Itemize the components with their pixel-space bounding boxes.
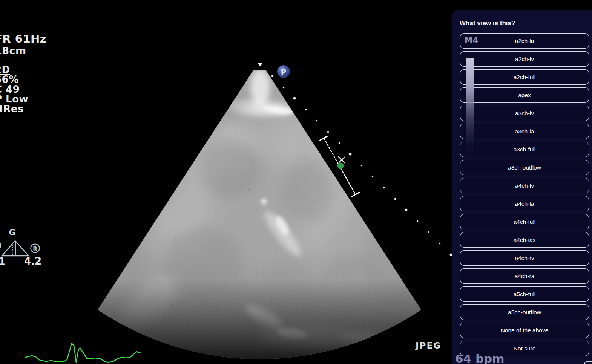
format-label: JPEG: [415, 341, 441, 350]
option-a2ch-la[interactable]: a2ch-la: [460, 33, 589, 49]
compress-label: C 49: [0, 84, 46, 94]
g-label: G: [9, 228, 15, 237]
depth-label: 18cm: [0, 46, 46, 56]
option-a2ch-lv[interactable]: a2ch-lv: [460, 51, 589, 67]
probe-orientation-logo: P: [277, 65, 290, 78]
option-a4ch-ias[interactable]: a4ch-ias: [460, 232, 589, 248]
option-a4ch-ra[interactable]: a4ch-ra: [460, 268, 589, 284]
option-a4ch-rv[interactable]: a4ch-rv: [460, 250, 589, 266]
option-a3ch-la[interactable]: a3ch-la: [460, 124, 589, 139]
options-list: a2ch-la a2ch-lv a2ch-full apex a3ch-lv a…: [460, 33, 589, 359]
option-a3ch-outflow[interactable]: a3ch-outflow: [460, 160, 589, 175]
option-a4ch-la[interactable]: a4ch-la: [460, 196, 589, 211]
option-a2ch-full[interactable]: a2ch-full: [460, 69, 589, 85]
question-panel: What view is this? a2ch-la a2ch-lv a2ch-…: [452, 10, 592, 364]
option-none-of-the-above[interactable]: None of the above: [460, 323, 589, 338]
gain-label: 66%: [0, 75, 46, 84]
mode-2d-label: 2D: [0, 65, 46, 75]
option-a4ch-lv[interactable]: a4ch-lv: [460, 178, 589, 193]
option-a4ch-full[interactable]: a4ch-full: [460, 214, 589, 229]
power-label: P Low: [0, 94, 46, 104]
option-a3ch-full[interactable]: a3ch-full: [460, 142, 589, 157]
machine-settings-readout: FR 61Hz 18cm 2D 66% C 49 P Low HRes: [0, 34, 46, 114]
caliper-point-green[interactable]: [337, 163, 344, 169]
submit-button-partial[interactable]: [584, 361, 592, 364]
option-a5ch-full[interactable]: a5ch-full: [460, 286, 589, 302]
scale-right-value: 4.2: [24, 255, 41, 267]
frame-rate-label: FR 61Hz: [0, 34, 46, 44]
resolution-label: HRes: [0, 104, 46, 114]
option-not-sure[interactable]: Not sure: [460, 341, 589, 356]
option-apex[interactable]: apex: [460, 87, 589, 103]
scale-left-value: 1: [0, 256, 5, 267]
question-title: What view is this?: [460, 20, 515, 27]
probe-marker-letter: P: [281, 67, 287, 76]
option-a3ch-lv[interactable]: a3ch-lv: [460, 106, 589, 121]
option-a5ch-outflow[interactable]: a5ch-outflow: [460, 304, 589, 320]
svg-text:R: R: [33, 246, 37, 252]
